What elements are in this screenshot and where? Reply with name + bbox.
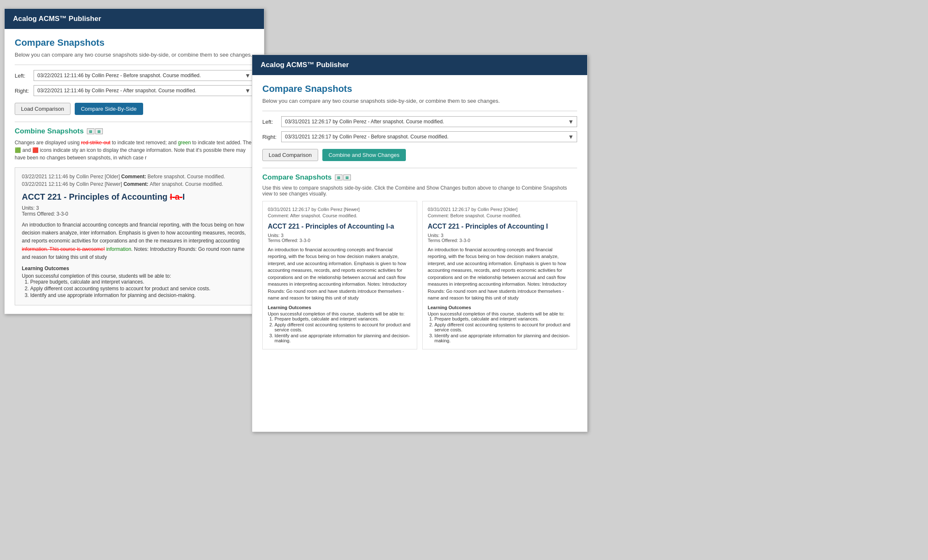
snapshot1-meta: 03/22/2021 12:11:46 by Collin Perez [Old… <box>22 174 247 180</box>
left-dropdown[interactable]: 03/22/2021 12:11:46 by Collin Perez - Be… <box>34 70 254 81</box>
compare-icon-right: ▤ <box>343 175 351 180</box>
red-flag-icon: 🟥 <box>32 147 39 153</box>
compare-snapshots-desc: Use this view to compare snapshots side-… <box>262 185 577 197</box>
right-dropdown-arrow-icon-2: ▼ <box>568 133 574 140</box>
lo-list-combined: Prepare budgets, calculate and interpret… <box>22 279 247 298</box>
older-column: 03/31/2021 12:26:17 by Collin Perez [Old… <box>422 201 577 349</box>
newer-lo: Learning Outcomes Upon successful comple… <box>268 305 412 343</box>
older-course-desc: An introduction to financial accounting … <box>428 246 572 302</box>
left-dropdown-wrapper-2[interactable]: 03/31/2021 12:26:17 by Collin Perez - Af… <box>281 116 577 127</box>
course-title-combined: ACCT 221 - Principles of Accounting I-a-… <box>22 192 247 202</box>
lo-item-1: Prepare budgets, calculate and interpret… <box>30 279 247 285</box>
window-combine-snapshots: Acalog ACMS™ Publisher Compare Snapshots… <box>4 8 264 314</box>
older-course-title: ACCT 221 - Principles of Accounting I <box>428 223 572 230</box>
snapshot2-comment: After snapshot. Course modified. <box>150 181 223 187</box>
older-lo-list: Prepare budgets, calculate and interpret… <box>428 316 572 343</box>
right-dropdown-value-2: 03/31/2021 12:26:17 by Collin Perez - Be… <box>285 134 449 140</box>
newer-column: 03/31/2021 12:26:17 by Collin Perez [New… <box>262 201 417 349</box>
left-dropdown-arrow-icon: ▼ <box>245 72 251 79</box>
green-text-example: green <box>178 140 191 146</box>
newer-lo-title: Learning Outcomes <box>268 305 412 310</box>
older-lo-subtitle: Upon successful completion of this cours… <box>428 311 572 316</box>
compare-snapshots-section-title: Compare Snapshots ▤ ▤ <box>262 173 577 182</box>
learning-outcomes-combined: Learning Outcomes Upon successful comple… <box>22 266 247 298</box>
course-meta-combined: Units: 3 Terms Offered: 3-3-0 <box>22 205 247 217</box>
left-field-row: Left: 03/22/2021 12:11:46 by Collin Pere… <box>15 70 254 81</box>
newer-meta-date: 03/31/2021 12:26:17 by Collin Perez [New… <box>268 206 412 213</box>
right-dropdown-arrow-icon: ▼ <box>245 87 251 94</box>
older-lo-item-2: Apply different cost accounting systems … <box>434 322 572 332</box>
side-by-side-container: 03/31/2021 12:26:17 by Collin Perez [New… <box>262 201 577 349</box>
older-terms: Terms Offered: 3-3-0 <box>428 238 572 243</box>
right-dropdown[interactable]: 03/22/2021 12:11:46 by Collin Perez - Af… <box>34 85 254 96</box>
left-dropdown-arrow-icon-2: ▼ <box>568 118 574 125</box>
older-lo-title: Learning Outcomes <box>428 305 572 310</box>
window2-header-text: Acalog ACMS™ Publisher <box>261 61 349 69</box>
course-terms: Terms Offered: 3-3-0 <box>22 211 247 217</box>
course-title-prefix: ACCT 221 - Principles of Accounting <box>22 192 170 201</box>
older-course-meta: Units: 3 Terms Offered: 3-3-0 <box>428 233 572 243</box>
older-lo-item-3: Identify and use appropriate information… <box>434 333 572 343</box>
lo-item-2: Apply different cost accounting systems … <box>30 286 247 292</box>
red-strike-example: red strike-out <box>81 140 110 146</box>
snapshot1-meta-text: 03/22/2021 12:11:46 by Collin Perez [Old… <box>22 174 120 180</box>
divider-4 <box>262 168 577 168</box>
newer-terms: Terms Offered: 3-3-0 <box>268 238 412 243</box>
window1-buttons-row: Load Comparison Compare Side-By-Side <box>15 103 254 115</box>
newer-meta: 03/31/2021 12:26:17 by Collin Perez [New… <box>268 206 412 219</box>
right-field-row: Right: 03/22/2021 12:11:46 by Collin Per… <box>15 85 254 96</box>
compare-icon-left: ▤ <box>335 175 342 180</box>
compare-side-by-side-button[interactable]: Compare Side-By-Side <box>75 103 143 115</box>
green-flag-icon: 🟩 <box>15 147 21 153</box>
lo-item-3: Identify and use appropriate information… <box>30 292 247 298</box>
newer-units: Units: 3 <box>268 233 412 238</box>
divider-3 <box>262 111 577 111</box>
newer-course-title: ACCT 221 - Principles of Accounting I-a <box>268 223 412 230</box>
left-field-row-2: Left: 03/31/2021 12:26:17 by Collin Pere… <box>262 116 577 127</box>
left-dropdown-2[interactable]: 03/31/2021 12:26:17 by Collin Perez - Af… <box>281 116 577 127</box>
combine-icons: ▤ ▤ <box>87 128 103 134</box>
right-dropdown-value: 03/22/2021 12:11:46 by Collin Perez - Af… <box>37 88 196 94</box>
left-dropdown-wrapper[interactable]: 03/22/2021 12:11:46 by Collin Perez - Be… <box>34 70 254 81</box>
newer-lo-list: Prepare budgets, calculate and interpret… <box>268 316 412 343</box>
divider-2 <box>15 122 254 122</box>
older-lo-item-1: Prepare budgets, calculate and interpret… <box>434 316 572 321</box>
newer-lo-item-3: Identify and use appropriate information… <box>274 333 412 343</box>
older-units: Units: 3 <box>428 233 572 238</box>
course-desc-added: information <box>105 246 131 252</box>
compare-snapshots-title-text: Compare Snapshots <box>262 173 332 182</box>
newer-lo-item-1: Prepare budgets, calculate and interpret… <box>274 316 412 321</box>
window2-subtitle: Below you can compare any two course sna… <box>262 98 577 104</box>
load-comparison-button-2[interactable]: Load Comparison <box>262 149 318 161</box>
lo-title-combined: Learning Outcomes <box>22 266 247 271</box>
window-side-by-side: Acalog ACMS™ Publisher Compare Snapshots… <box>252 55 588 432</box>
course-desc-strikeout: information. This course is awesome! <box>22 246 105 252</box>
newer-lo-item-2: Apply different cost accounting systems … <box>274 322 412 332</box>
newer-lo-subtitle: Upon successful completion of this cours… <box>268 311 412 316</box>
right-dropdown-2[interactable]: 03/31/2021 12:26:17 by Collin Perez - Be… <box>281 131 577 142</box>
combine-and-show-button[interactable]: Combine and Show Changes <box>322 149 406 161</box>
window1-page-title: Compare Snapshots <box>15 37 254 48</box>
window2-header: Acalog ACMS™ Publisher <box>252 55 587 75</box>
combine-icon-right: ▤ <box>95 128 103 134</box>
lo-subtitle-combined: Upon successful completion of this cours… <box>22 273 247 279</box>
right-label: Right: <box>15 88 34 94</box>
older-lo: Learning Outcomes Upon successful comple… <box>428 305 572 343</box>
load-comparison-button-1[interactable]: Load Comparison <box>15 103 71 115</box>
window1-header-text: Acalog ACMS™ Publisher <box>13 15 101 23</box>
older-meta-date: 03/31/2021 12:26:17 by Collin Perez [Old… <box>428 206 572 213</box>
snapshot-comparison-box: 03/22/2021 12:11:46 by Collin Perez [Old… <box>15 167 254 305</box>
compare-icons: ▤ ▤ <box>335 175 351 180</box>
older-meta: 03/31/2021 12:26:17 by Collin Perez [Old… <box>428 206 572 219</box>
right-dropdown-wrapper[interactable]: 03/22/2021 12:11:46 by Collin Perez - Af… <box>34 85 254 96</box>
right-label-2: Right: <box>262 134 281 140</box>
combine-description: Changes are displayed using red strike-o… <box>15 139 254 161</box>
left-label-2: Left: <box>262 119 281 125</box>
course-title-suffix: I <box>183 192 185 201</box>
left-dropdown-value: 03/22/2021 12:11:46 by Collin Perez - Be… <box>37 73 201 78</box>
window2-page-title: Compare Snapshots <box>262 83 577 94</box>
newer-course-desc: An introduction to financial accounting … <box>268 246 412 302</box>
right-dropdown-wrapper-2[interactable]: 03/31/2021 12:26:17 by Collin Perez - Be… <box>281 131 577 142</box>
combine-icon-left: ▤ <box>87 128 94 134</box>
newer-course-meta: Units: 3 Terms Offered: 3-3-0 <box>268 233 412 243</box>
